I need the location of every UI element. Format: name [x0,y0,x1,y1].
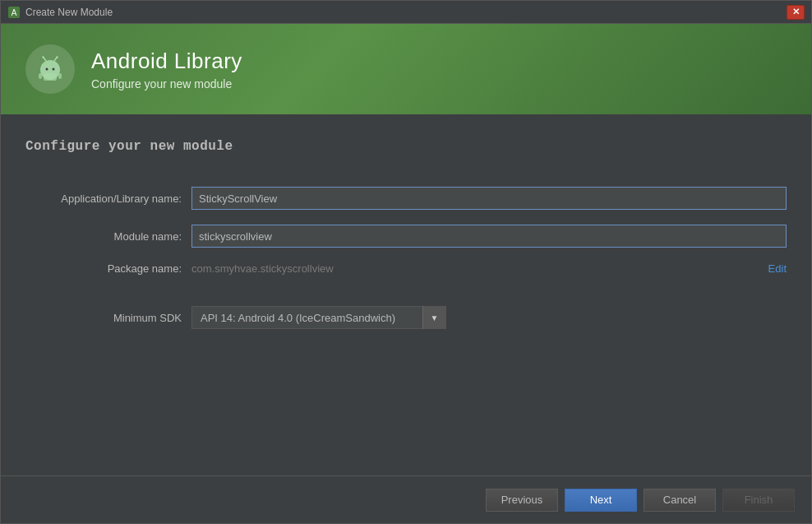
close-button[interactable]: ✕ [787,5,805,20]
edit-link[interactable]: Edit [768,262,787,275]
package-name-row: Package name: com.smyhvae.stickyscrollvi… [25,262,787,275]
app-name-input[interactable] [191,187,787,210]
svg-point-6 [42,56,44,58]
svg-rect-10 [39,73,42,79]
svg-point-4 [53,68,55,71]
svg-text:A: A [12,8,17,17]
footer: Previous Next Cancel Finish [1,475,811,523]
sdk-dropdown[interactable]: API 14: Android 4.0 (IceCreamSandwich) ▼ [191,306,446,329]
previous-button[interactable]: Previous [486,489,558,512]
sdk-label: Minimum SDK [25,312,182,324]
module-name-row: Module name: [25,225,787,248]
app-name-label: Application/Library name: [25,192,182,205]
cancel-button[interactable]: Cancel [644,489,716,512]
sdk-row: Minimum SDK API 14: Android 4.0 (IceCrea… [25,306,787,329]
package-name-value: com.smyhvae.stickyscrollview [191,262,759,275]
main-content: Configure your new module Application/Li… [1,114,811,475]
module-name-label: Module name: [25,230,182,243]
module-name-input[interactable] [191,225,787,248]
page-title: Configure your new module [25,139,787,154]
svg-line-5 [44,58,46,61]
title-bar: A Create New Module ✕ [1,1,811,24]
form-area: Application/Library name: Module name: P… [25,187,787,459]
create-module-window: A Create New Module ✕ [0,0,812,524]
title-bar-text: Create New Module [25,7,782,18]
window-icon: A [7,6,21,19]
sdk-dropdown-arrow-icon: ▼ [422,306,445,329]
next-button[interactable]: Next [565,489,637,512]
package-name-label: Package name: [25,262,182,275]
svg-point-3 [46,68,48,71]
header-subtitle: Configure your new module [91,77,242,90]
app-name-row: Application/Library name: [25,187,787,210]
android-icon [35,53,66,85]
header-banner: Android Library Configure your new modul… [1,24,811,114]
sdk-dropdown-text: API 14: Android 4.0 (IceCreamSandwich) [192,307,422,328]
svg-point-8 [56,56,58,58]
header-text: Android Library Configure your new modul… [91,49,242,90]
android-logo [25,44,75,94]
header-title: Android Library [91,49,242,74]
svg-line-7 [54,58,57,61]
svg-rect-11 [58,73,62,79]
finish-button: Finish [722,489,795,512]
svg-rect-9 [44,73,57,81]
app-name-label-text: Application/Library name: [61,192,182,205]
